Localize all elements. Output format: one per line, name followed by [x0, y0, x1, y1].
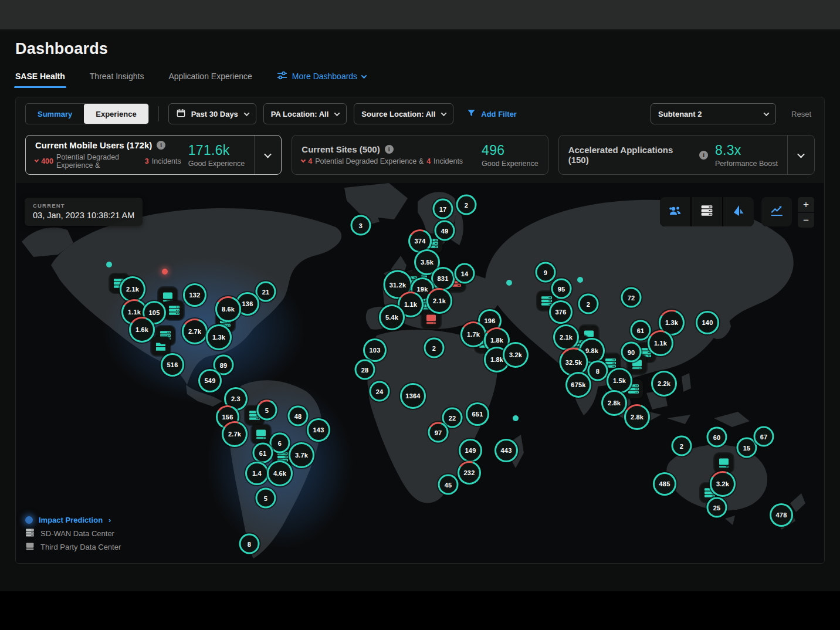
legend-impact-prediction[interactable]: Impact Prediction › [25, 513, 121, 527]
map-location-badge[interactable]: 1.6k [129, 317, 155, 343]
map-location-badge[interactable]: 2.2k [651, 371, 677, 397]
more-dashboards-menu[interactable]: More Dashboards [277, 70, 366, 89]
map-location-badge[interactable]: 651 [466, 402, 489, 426]
users-layer-button[interactable] [660, 197, 690, 226]
map-location-badge[interactable]: 443 [494, 439, 518, 462]
map-location-badge[interactable]: 1.4 [245, 462, 269, 485]
datacenter-layer-button[interactable] [692, 197, 722, 226]
time-range-value: Past 30 Days [191, 110, 238, 118]
map-location-badge[interactable]: 516 [161, 353, 184, 377]
map-location-badge[interactable]: 49 [435, 221, 455, 241]
map-location-badge[interactable]: 2 [578, 294, 599, 314]
card-expand-button[interactable] [254, 136, 281, 174]
map-location-badge[interactable]: 232 [458, 461, 481, 485]
card-expand-button[interactable] [787, 136, 814, 174]
subtenant-dropdown[interactable]: Subtenant 2 [651, 103, 776, 124]
map-location-badge[interactable]: 60 [707, 427, 727, 448]
map-location-badge[interactable]: 9 [536, 262, 556, 283]
card-current-mobile-users[interactable]: Current Mobile Users (172k) i 400 Potent… [25, 135, 282, 175]
map-location-badge[interactable]: 8.6k [215, 296, 241, 322]
tab-sase-health[interactable]: SASE Health [15, 72, 65, 88]
map-location-badge[interactable]: 1.3k [206, 324, 232, 350]
map-location-badge[interactable]: 32.5k [560, 348, 588, 377]
map-location-badge[interactable]: 25 [707, 497, 727, 518]
map-location-badge[interactable]: 48 [288, 406, 309, 426]
map-location-badge[interactable]: 2.8k [601, 390, 627, 416]
map-location-badge[interactable]: 5 [256, 488, 276, 509]
map-location-badge[interactable]: 1.5k [607, 368, 632, 394]
world-map[interactable]: 2.1k132211368.6k1.1k1051.6k2.7k1.3k51689… [16, 183, 824, 563]
folder-map-icon[interactable] [151, 337, 170, 355]
sdwan-server-map-icon[interactable] [165, 301, 184, 320]
map-location-badge[interactable]: 2.7k [222, 421, 248, 447]
zoom-in-button[interactable]: + [798, 197, 814, 212]
map-location-badge[interactable]: 8 [239, 534, 260, 554]
map-location-badge[interactable]: 4.6k [267, 460, 293, 486]
card-accelerated-applications[interactable]: Accelerated Applications (150) i 8.3x Pe… [558, 135, 815, 175]
map-location-badge[interactable]: 2.1k [553, 324, 579, 350]
map-location-badge[interactable]: 3.2k [503, 342, 529, 368]
info-icon[interactable]: i [699, 151, 708, 160]
map-location-badge[interactable]: 2.1k [426, 288, 452, 314]
map-location-badge[interactable]: 90 [621, 342, 642, 363]
map-location-badge[interactable]: 8 [588, 361, 608, 381]
map-location-badge[interactable]: 1.1k [648, 330, 673, 356]
map-location-badge[interactable]: 143 [307, 418, 330, 442]
source-location-dropdown[interactable]: Source Location: All [354, 103, 453, 124]
map-location-badge[interactable]: 3.2k [710, 471, 736, 497]
map-location-badge[interactable]: 45 [438, 475, 459, 495]
map-location-badge[interactable]: 149 [459, 439, 482, 462]
map-location-badge[interactable]: 1.7k [460, 321, 486, 347]
map-location-badge[interactable]: 61 [253, 443, 273, 463]
map-location-badge[interactable]: 376 [549, 300, 573, 324]
map-location-badge[interactable]: 2.8k [624, 404, 650, 430]
reset-button[interactable]: Reset [791, 110, 811, 118]
prisma-layer-button[interactable] [723, 197, 754, 226]
map-location-badge[interactable]: 3 [351, 215, 371, 236]
subtenant-value: Subtenant 2 [658, 110, 702, 118]
map-location-badge[interactable]: 97 [428, 422, 449, 443]
map-location-badge[interactable]: 28 [355, 360, 375, 380]
map-location-badge[interactable]: 1364 [400, 383, 426, 409]
card-current-sites[interactable]: Current Sites (500) i 4 Potential Degrad… [292, 135, 548, 175]
map-location-badge[interactable]: 2 [456, 195, 477, 215]
map-location-badge[interactable]: 5 [257, 400, 277, 421]
chart-view-button[interactable] [761, 197, 792, 226]
info-icon[interactable]: i [157, 141, 165, 150]
map-location-badge[interactable]: 2.1k [120, 276, 145, 302]
tab-application-experience[interactable]: Application Experience [168, 72, 252, 88]
experience-toggle-button[interactable]: Experience [84, 104, 148, 124]
map-location-badge[interactable]: 67 [754, 426, 774, 447]
map-location-badge[interactable]: 72 [621, 287, 642, 308]
info-icon[interactable]: i [385, 145, 394, 154]
map-location-badge[interactable]: 2 [424, 338, 445, 358]
zoom-out-button[interactable]: − [798, 213, 814, 228]
map-location-badge[interactable]: 103 [363, 338, 387, 362]
map-location-badge[interactable]: 549 [198, 369, 222, 392]
tab-threat-insights[interactable]: Threat Insights [90, 72, 144, 88]
time-range-dropdown[interactable]: Past 30 Days [168, 103, 256, 124]
map-location-badge[interactable]: 675k [565, 372, 591, 398]
filter-bar: Summary Experience Past 30 Days PA Locat… [16, 97, 824, 130]
map-location-badge[interactable]: 95 [551, 279, 572, 299]
map-location-badge[interactable]: 21 [256, 282, 276, 302]
map-location-badge[interactable]: 24 [370, 381, 390, 402]
map-location-badge[interactable]: 831 [431, 267, 455, 290]
map-location-badge[interactable]: 61 [631, 320, 651, 341]
map-location-badge[interactable]: 132 [183, 283, 206, 307]
map-location-badge[interactable]: 485 [653, 472, 676, 496]
pa-location-dropdown[interactable]: PA Location: All [263, 103, 347, 124]
map-location-badge[interactable]: 14 [455, 263, 475, 284]
map-location-badge[interactable]: 2.7k [182, 319, 208, 344]
summary-toggle-button[interactable]: Summary [26, 104, 84, 124]
add-filter-button[interactable]: Add Filter [466, 108, 517, 120]
map-location-badge[interactable]: 478 [770, 503, 793, 527]
map-location-badge[interactable]: 5.4k [379, 304, 405, 330]
map-location-badge[interactable]: 140 [696, 311, 719, 334]
monitor-map-icon[interactable] [714, 453, 733, 472]
map-location-badge[interactable]: 17 [433, 199, 453, 219]
current-label: CURRENT [33, 202, 134, 209]
monitor-map-icon[interactable] [252, 425, 270, 443]
map-location-badge[interactable]: 3.7k [289, 442, 314, 468]
map-location-badge[interactable]: 2 [672, 436, 692, 456]
